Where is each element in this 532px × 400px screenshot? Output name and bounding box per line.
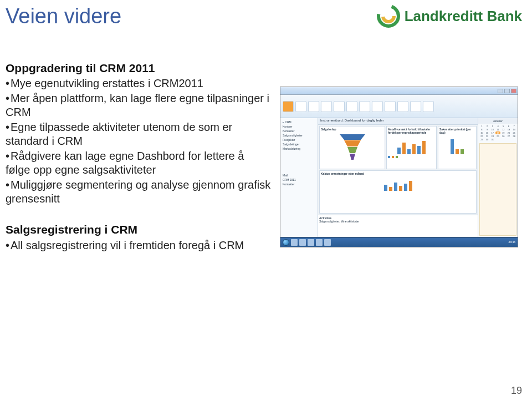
todo-panel [479, 143, 516, 236]
bullet: Rådgivere kan lage egne Dashbord for let… [6, 149, 272, 177]
section1-heading: Oppgradering til CRM 2011 [6, 61, 272, 75]
taskbar-app-icon [299, 239, 306, 246]
section2-heading: Salgsregistrering i CRM [6, 222, 272, 237]
nav-item: CRM [282, 120, 316, 124]
nav-item: Kontoer [282, 124, 316, 129]
widget-title: Saker etter prioritet (per dag) [439, 128, 475, 134]
nav-item: CRM 2011 [282, 178, 316, 182]
funnel-chart-icon [339, 133, 366, 161]
svg-marker-2 [340, 134, 365, 140]
ribbon-file-icon [283, 101, 294, 112]
svg-marker-5 [350, 154, 355, 160]
activities-pane: Activities Salgsmuligheter: Mine aktivit… [318, 215, 478, 237]
maximize-icon [504, 89, 510, 93]
dashboard-title: Instrumentbord: Dashboard for daglig led… [320, 119, 383, 124]
bullet: Muliggjøre segmentering og analyse gjenn… [6, 178, 272, 206]
brand-logo: Landkreditt Bank [376, 3, 522, 29]
widget-bars2: Saker etter prioritet (per dag) [438, 126, 477, 169]
taskbar-app-icon [291, 239, 298, 246]
brand-swirl-icon [376, 3, 401, 29]
ribbon-button-icon [372, 101, 383, 112]
taskbar: 23:45 [280, 237, 518, 247]
nav-item: Kontakter [282, 129, 316, 133]
svg-marker-4 [347, 147, 357, 153]
ribbon-button-icon [423, 101, 434, 112]
activities-sub: Salgsmuligheter: Mine aktiviteter [319, 220, 477, 223]
window-titlebar [280, 87, 518, 95]
widget-chart-bottom: Kaktus omsetninger etter måned [319, 170, 477, 214]
widget-title: Antall vunnet i forhold til avtaler ford… [388, 128, 435, 134]
ribbon-button-icon [410, 101, 421, 112]
taskbar-app-icon [316, 239, 323, 246]
page-number: 19 [511, 385, 522, 397]
nav-pane: CRM Kontoer Kontakter Salgsmuligheter Pr… [280, 118, 318, 237]
calendar-month: oktober [478, 118, 518, 124]
slide-content: Oppgradering til CRM 2011 Mye egenutvikl… [6, 61, 272, 254]
nav-item: Mail [282, 173, 316, 178]
minimize-icon [498, 89, 503, 93]
widget-bars1: Antall vunnet i forhold til avtaler ford… [386, 126, 437, 169]
ribbon-button-icon [308, 101, 319, 112]
bullet: Mer åpen plattform, kan lage flere egne … [6, 92, 272, 119]
crm-screenshot: CRM Kontoer Kontakter Salgsmuligheter Pr… [280, 87, 518, 247]
ribbon [280, 95, 518, 118]
widget-funnel: Salgsforløp [319, 126, 385, 169]
widget-title: Salgsforløp [321, 128, 383, 131]
taskbar-app-icon [308, 239, 314, 246]
widget-title: Kaktus omsetninger etter måned [321, 172, 475, 175]
taskbar-app-icon [324, 239, 331, 246]
ribbon-button-icon [295, 101, 306, 112]
bullet: All salgsregistrering vil i fremtiden fo… [6, 239, 272, 252]
slide-title: Veien videre [6, 4, 121, 28]
bullet: Egne tilpassede aktiviteter utenom de so… [6, 120, 272, 148]
svg-marker-3 [344, 140, 361, 146]
taskbar-clock: 23:45 [508, 241, 515, 244]
nav-item: Prosjekter [282, 138, 316, 142]
calendar-grid: 1234567 891011121314 15161718192021 2223… [478, 124, 518, 142]
ribbon-button-icon [346, 101, 357, 112]
ribbon-button-icon [359, 101, 370, 112]
start-orb-icon [283, 239, 289, 246]
ribbon-button-icon [385, 101, 396, 112]
ribbon-button-icon [397, 101, 408, 112]
ribbon-button-icon [334, 101, 345, 112]
brand-name: Landkreditt Bank [405, 8, 522, 25]
dashboard-header: Instrumentbord: Dashboard for daglig led… [318, 118, 478, 125]
nav-item: Salgsmuligheter [282, 133, 316, 138]
nav-item: Markedsføring [282, 146, 316, 151]
ribbon-button-icon [321, 101, 332, 112]
close-icon [511, 89, 516, 93]
nav-item: Kontakter [282, 182, 316, 186]
nav-item: Salgsdelinger [282, 142, 316, 146]
svg-point-1 [383, 11, 394, 22]
calendar-pane: oktober 1234567 891011121314 15161718192… [478, 118, 518, 237]
bullet: Mye egenutvikling erstattes i CRM2011 [6, 77, 272, 90]
